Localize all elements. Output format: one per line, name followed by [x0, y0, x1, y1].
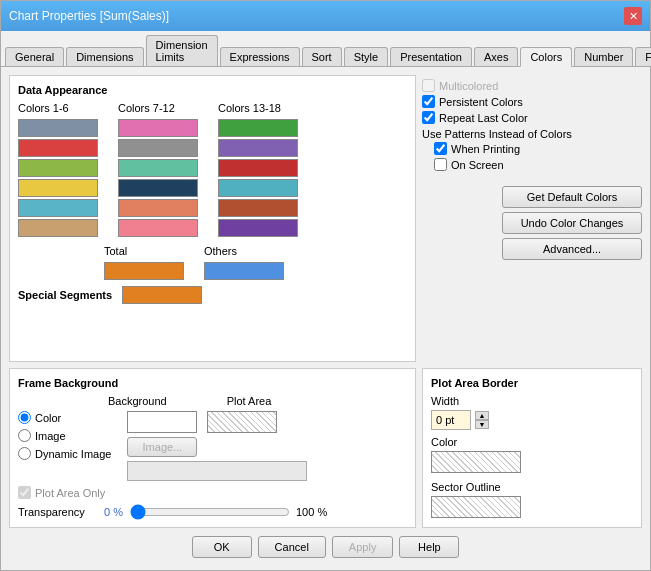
width-label: Width	[431, 395, 633, 407]
spin-down[interactable]: ▼	[475, 420, 489, 429]
max-transparency: 100 %	[296, 506, 327, 518]
color-1-4[interactable]	[18, 179, 98, 197]
spin-up[interactable]: ▲	[475, 411, 489, 420]
help-button[interactable]: Help	[399, 536, 459, 558]
others-color[interactable]	[204, 262, 284, 280]
plot-border-color-swatch[interactable]	[431, 451, 521, 473]
color-label: Color	[431, 436, 633, 448]
color-1-3[interactable]	[18, 159, 98, 177]
dynamic-image-radio[interactable]	[18, 447, 31, 460]
close-button[interactable]: ✕	[624, 7, 642, 25]
color-1-6[interactable]	[18, 219, 98, 237]
plot-area-only-row: Plot Area Only	[18, 486, 407, 499]
color-3-2[interactable]	[218, 139, 298, 157]
dynamic-image-label: Dynamic Image	[35, 448, 111, 460]
options-panel: Multicolored Persistent Colors Repeat La…	[422, 75, 642, 178]
tab-colors[interactable]: Colors	[520, 47, 572, 67]
repeat-last-color-checkbox[interactable]	[422, 111, 435, 124]
tabs-bar: General Dimensions Dimension Limits Expr…	[1, 31, 650, 67]
total-color[interactable]	[104, 262, 184, 280]
multicolored-checkbox[interactable]	[422, 79, 435, 92]
color-3-5[interactable]	[218, 199, 298, 217]
color-2-1[interactable]	[118, 119, 198, 137]
col1-label: Colors 1-6	[18, 102, 98, 114]
image-button[interactable]: Image...	[127, 437, 197, 457]
color-column-3: Colors 13-18	[218, 102, 298, 237]
tab-dimensions[interactable]: Dimensions	[66, 47, 143, 66]
tab-axes[interactable]: Axes	[474, 47, 518, 66]
cancel-button[interactable]: Cancel	[258, 536, 326, 558]
color-2-2[interactable]	[118, 139, 198, 157]
color-1-5[interactable]	[18, 199, 98, 217]
tab-sort[interactable]: Sort	[302, 47, 342, 66]
color-2-4[interactable]	[118, 179, 198, 197]
transparency-row: Transparency 0 % 100 %	[18, 505, 407, 519]
persistent-colors-checkbox[interactable]	[422, 95, 435, 108]
get-default-colors-button[interactable]: Get Default Colors	[502, 186, 642, 208]
color-1-2[interactable]	[18, 139, 98, 157]
color-radio-row: Color	[18, 411, 111, 424]
others-label: Others	[204, 245, 284, 257]
color-3-3[interactable]	[218, 159, 298, 177]
tab-expressions[interactable]: Expressions	[220, 47, 300, 66]
special-segments-label: Special Segments	[18, 289, 112, 301]
on-screen-checkbox[interactable]	[434, 158, 447, 171]
ok-button[interactable]: OK	[192, 536, 252, 558]
data-appearance-title: Data Appearance	[18, 84, 407, 96]
repeat-last-color-row: Repeat Last Color	[422, 111, 642, 124]
image-radio-row: Image	[18, 429, 111, 442]
on-screen-row: On Screen	[434, 158, 642, 171]
color-2-5[interactable]	[118, 199, 198, 217]
tab-font[interactable]: Font	[635, 47, 651, 66]
transparency-label: Transparency	[18, 506, 98, 518]
colors-grid: Colors 1-6 Colors 7-12	[18, 102, 407, 237]
dialog-title: Chart Properties [Sum(Sales)]	[9, 9, 169, 23]
plot-area-only-checkbox[interactable]	[18, 486, 31, 499]
plot-area-border-title: Plot Area Border	[431, 377, 633, 389]
color-2-3[interactable]	[118, 159, 198, 177]
right-panel: Multicolored Persistent Colors Repeat La…	[422, 75, 642, 362]
dynamic-image-input[interactable]	[127, 461, 307, 481]
width-input[interactable]	[431, 410, 471, 430]
plot-area-swatch[interactable]	[207, 411, 277, 433]
tab-general[interactable]: General	[5, 47, 64, 66]
when-printing-row: When Printing	[434, 142, 642, 155]
tab-style[interactable]: Style	[344, 47, 388, 66]
color-radio[interactable]	[18, 411, 31, 424]
right-buttons: Get Default Colors Undo Color Changes Ad…	[422, 186, 642, 260]
width-row: ▲ ▼	[431, 410, 633, 430]
plot-area-only-label: Plot Area Only	[35, 487, 105, 499]
sector-outline-swatch[interactable]	[431, 496, 521, 518]
color-3-4[interactable]	[218, 179, 298, 197]
background-swatch[interactable]	[127, 411, 197, 433]
frame-bg-headers: Background Plot Area	[108, 395, 407, 407]
col3-label: Colors 13-18	[218, 102, 298, 114]
on-screen-label: On Screen	[451, 159, 504, 171]
special-segments-row: Special Segments	[18, 286, 407, 304]
color-2-6[interactable]	[118, 219, 198, 237]
color-column-1: Colors 1-6	[18, 102, 98, 237]
when-printing-checkbox[interactable]	[434, 142, 447, 155]
advanced-button[interactable]: Advanced...	[502, 238, 642, 260]
color-3-6[interactable]	[218, 219, 298, 237]
bottom-buttons: OK Cancel Apply Help	[9, 528, 642, 562]
tab-presentation[interactable]: Presentation	[390, 47, 472, 66]
radio-group: Color Image Dynamic Image	[18, 411, 111, 481]
multicolored-row: Multicolored	[422, 79, 642, 92]
apply-button[interactable]: Apply	[332, 536, 394, 558]
total-label: Total	[104, 245, 184, 257]
total-column: Total	[104, 245, 184, 280]
undo-color-changes-button[interactable]: Undo Color Changes	[502, 212, 642, 234]
frame-bg-title: Frame Background	[18, 377, 407, 389]
image-radio[interactable]	[18, 429, 31, 442]
sector-outline-label: Sector Outline	[431, 481, 633, 493]
special-segments-color[interactable]	[122, 286, 202, 304]
tab-dimension-limits[interactable]: Dimension Limits	[146, 35, 218, 66]
tab-number[interactable]: Number	[574, 47, 633, 66]
when-printing-label: When Printing	[451, 143, 520, 155]
transparency-slider[interactable]	[130, 505, 290, 519]
color-column-2: Colors 7-12	[118, 102, 198, 237]
color-3-1[interactable]	[218, 119, 298, 137]
color-1-1[interactable]	[18, 119, 98, 137]
title-bar: Chart Properties [Sum(Sales)] ✕	[1, 1, 650, 31]
